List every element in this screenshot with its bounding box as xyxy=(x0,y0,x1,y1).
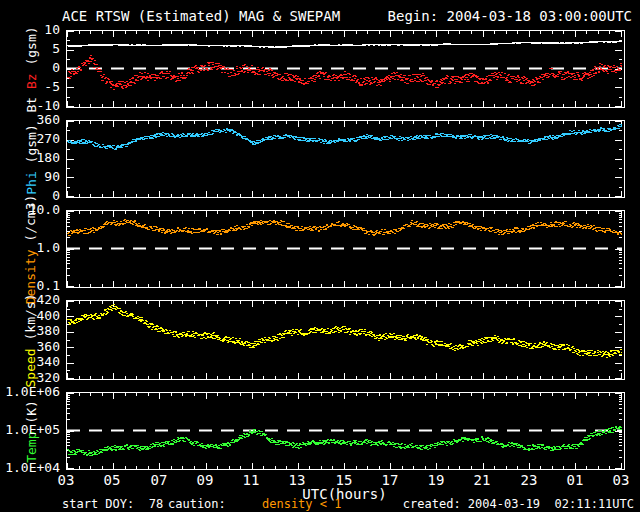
y-tick-label: 380 xyxy=(0,324,60,338)
y-tick-label: -10 xyxy=(0,99,60,113)
y-tick-label: 1.0E+06 xyxy=(0,385,60,399)
y-tick-label: 1.0E+05 xyxy=(0,423,60,437)
y-tick-label: 360 xyxy=(0,113,60,127)
panel-temp xyxy=(66,392,625,470)
panel-phi xyxy=(66,120,625,198)
y-tick-label: 340 xyxy=(0,355,60,369)
y-tick-label: 360 xyxy=(0,340,60,354)
y-tick-label: 0.1 xyxy=(0,279,60,293)
page-title: ACE RTSW (Estimated) MAG & SWEPAM xyxy=(62,8,340,24)
y-tick-label: 10 xyxy=(0,23,60,37)
panel-canvas-phi xyxy=(67,121,622,197)
begin-timestamp: Begin: 2004-03-18 03:00:00UTC xyxy=(388,8,632,24)
panel-canvas-temp xyxy=(67,393,622,469)
y-tick-label: 180 xyxy=(0,151,60,165)
y-tick-label: 0 xyxy=(0,61,60,75)
y-tick-label: 5 xyxy=(0,42,60,56)
y-tick-label: 90 xyxy=(0,170,60,184)
y-tick-label: 1.0 xyxy=(0,241,60,255)
y-tick-label: 10.0 xyxy=(0,203,60,217)
y-tick-label: 270 xyxy=(0,132,60,146)
panel-canvas-speed xyxy=(67,301,622,379)
caution-label: caution: xyxy=(168,497,226,511)
start-doy-label: start DOY: 78 xyxy=(62,497,163,511)
y-tick-label: 400 xyxy=(0,309,60,323)
caution-value: density < 1 xyxy=(262,497,341,511)
panel-canvas-density xyxy=(67,211,622,287)
y-tick-label: 320 xyxy=(0,371,60,385)
y-tick-label: 420 xyxy=(0,293,60,307)
panel-canvas-bt-bz xyxy=(67,31,622,107)
panel-bt-bz xyxy=(66,30,625,108)
panel-speed xyxy=(66,300,625,380)
y-tick-label: -5 xyxy=(0,80,60,94)
created-timestamp: created: 2004-03-19 02:11:11UTC xyxy=(403,497,634,511)
ace-rtsw-plot: ACE RTSW (Estimated) MAG & SWEPAM Begin:… xyxy=(0,0,640,512)
panel-density xyxy=(66,210,625,288)
